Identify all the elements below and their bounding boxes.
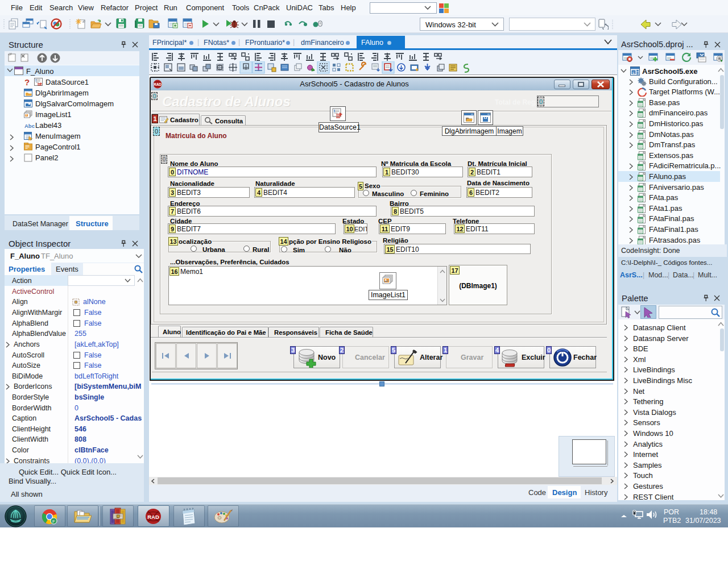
svg-text:RAD: RAD: [147, 514, 159, 520]
svg-text:RAD: RAD: [154, 82, 162, 86]
svg-text:F: F: [52, 519, 55, 524]
svg-text:E: E: [632, 71, 635, 74]
